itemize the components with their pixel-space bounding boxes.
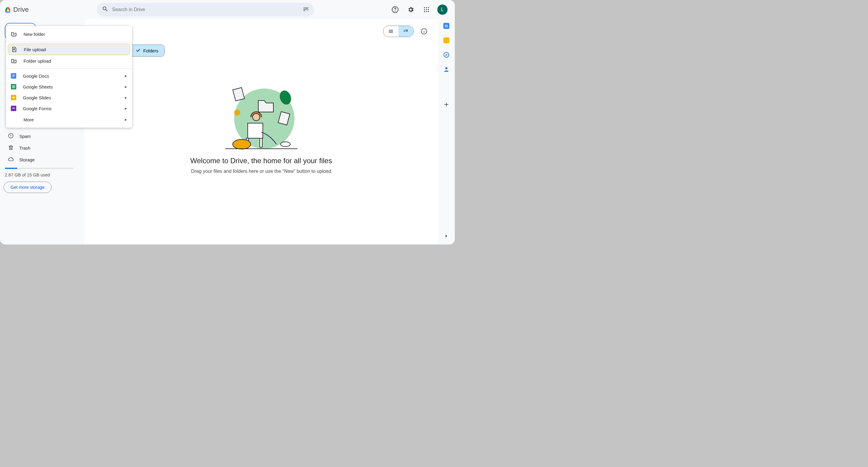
main-content: e ed Files Folders xyxy=(84,19,438,244)
check-icon xyxy=(135,47,141,54)
menu-google-slides[interactable]: Google Slides ▸ xyxy=(6,92,132,103)
svg-point-30 xyxy=(233,139,251,149)
sidebar-label: Storage xyxy=(19,158,35,162)
search-icon xyxy=(102,6,108,13)
grid-view-icon[interactable] xyxy=(398,26,413,37)
chevron-right-icon: ▸ xyxy=(125,117,127,122)
svg-rect-13 xyxy=(406,30,407,30)
svg-point-8 xyxy=(424,11,425,12)
info-icon[interactable] xyxy=(417,25,431,38)
sidebar-item-storage[interactable]: Storage xyxy=(4,154,81,165)
contacts-app-icon[interactable] xyxy=(443,66,450,72)
svg-rect-39 xyxy=(12,107,13,108)
svg-point-5 xyxy=(424,9,425,10)
spam-icon xyxy=(8,133,14,140)
sidebar-item-trash[interactable]: Trash xyxy=(4,142,81,154)
logo-area[interactable]: Drive xyxy=(5,6,97,13)
trash-icon xyxy=(8,144,14,152)
svg-point-4 xyxy=(428,7,429,8)
svg-point-10 xyxy=(428,11,429,12)
filter-folders[interactable]: Folders xyxy=(129,45,164,56)
calendar-app-icon[interactable]: 31 xyxy=(443,23,450,29)
menu-folder-upload[interactable]: Folder upload xyxy=(6,55,132,67)
menu-new-folder[interactable]: New folder xyxy=(6,28,132,40)
empty-subtitle: Drag your files and folders here or use … xyxy=(191,169,331,174)
svg-rect-34 xyxy=(12,75,15,75)
svg-rect-16 xyxy=(407,31,408,31)
new-folder-icon xyxy=(11,31,17,37)
get-more-storage-button[interactable]: Get more storage xyxy=(4,181,52,193)
sidebar-item-spam[interactable]: Spam xyxy=(4,131,81,142)
search-bar[interactable] xyxy=(97,3,314,16)
svg-point-12 xyxy=(10,137,11,137)
slides-icon xyxy=(11,95,16,100)
list-view-icon[interactable] xyxy=(383,26,398,37)
app-title: Drive xyxy=(13,6,29,13)
svg-point-18 xyxy=(424,30,424,30)
keep-app-icon[interactable] xyxy=(443,37,450,43)
header-actions: L xyxy=(389,3,450,16)
svg-rect-41 xyxy=(12,108,13,109)
layout-toggle[interactable] xyxy=(383,26,414,37)
svg-rect-40 xyxy=(13,107,15,108)
search-input[interactable] xyxy=(112,7,299,12)
menu-google-forms[interactable]: Google Forms ▸ xyxy=(6,103,132,114)
svg-rect-38 xyxy=(13,97,15,98)
svg-point-3 xyxy=(426,7,427,8)
svg-rect-42 xyxy=(13,108,15,109)
svg-point-25 xyxy=(253,113,260,121)
svg-point-1 xyxy=(395,11,395,11)
svg-point-6 xyxy=(426,9,427,10)
svg-rect-29 xyxy=(260,138,262,147)
settings-gear-icon[interactable] xyxy=(404,3,417,16)
menu-file-upload[interactable]: File upload xyxy=(8,44,130,55)
menu-google-docs[interactable]: Google Docs ▸ xyxy=(6,70,132,81)
svg-rect-36 xyxy=(12,76,14,77)
file-upload-icon xyxy=(11,46,17,53)
chevron-right-icon: ▸ xyxy=(125,95,127,100)
chevron-right-icon: ▸ xyxy=(125,84,127,90)
storage-progress xyxy=(5,168,73,169)
empty-title: Welcome to Drive, the home for all your … xyxy=(190,157,332,165)
svg-rect-15 xyxy=(406,31,407,31)
sidebar-label: Spam xyxy=(19,134,31,139)
svg-point-27 xyxy=(281,142,290,147)
svg-point-22 xyxy=(234,110,240,115)
empty-state: Welcome to Drive, the home for all your … xyxy=(84,82,438,174)
sidebar-label: Trash xyxy=(19,146,30,151)
collapse-sidepanel-icon[interactable] xyxy=(443,233,450,240)
side-panel: 31 xyxy=(438,19,455,244)
svg-rect-26 xyxy=(248,123,263,138)
svg-point-2 xyxy=(424,7,425,8)
add-apps-icon[interactable] xyxy=(443,101,450,109)
chevron-right-icon: ▸ xyxy=(125,73,127,78)
folder-upload-icon xyxy=(11,58,17,64)
storage-text: 2.87 GB of 15 GB used xyxy=(5,172,81,177)
tasks-app-icon[interactable] xyxy=(443,52,450,58)
help-icon[interactable] xyxy=(389,3,402,16)
svg-point-33 xyxy=(445,67,447,69)
menu-more[interactable]: More ▸ xyxy=(6,114,132,125)
apps-grid-icon[interactable] xyxy=(420,3,433,16)
sheets-icon xyxy=(11,84,16,90)
svg-rect-35 xyxy=(12,75,15,76)
svg-point-9 xyxy=(426,11,427,12)
docs-icon xyxy=(11,73,16,78)
cloud-icon xyxy=(8,156,14,163)
svg-rect-23 xyxy=(233,88,244,101)
menu-google-sheets[interactable]: Google Sheets ▸ xyxy=(6,81,132,92)
drive-logo-icon xyxy=(5,7,11,13)
forms-icon xyxy=(11,106,16,111)
svg-rect-14 xyxy=(407,30,408,30)
search-options-icon[interactable] xyxy=(303,6,309,13)
header: Drive L xyxy=(0,0,455,19)
empty-illustration xyxy=(225,82,298,152)
account-avatar[interactable]: L xyxy=(437,4,447,15)
new-context-menu: New folder File upload Folder upload Goo… xyxy=(6,26,132,128)
chevron-right-icon: ▸ xyxy=(125,106,127,111)
blank-icon xyxy=(11,116,17,123)
svg-point-7 xyxy=(428,9,429,10)
